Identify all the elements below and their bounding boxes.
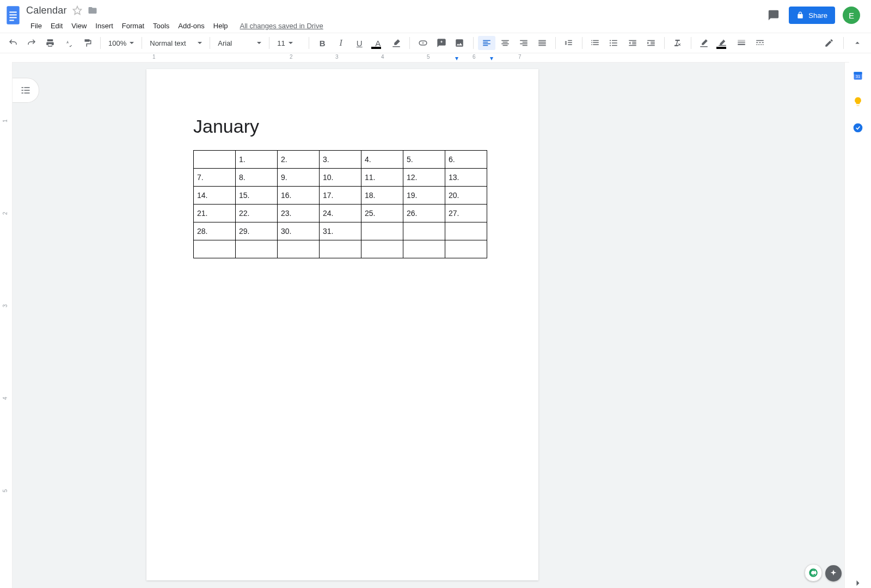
table-cell[interactable]: 3. xyxy=(320,151,361,169)
table-cell[interactable] xyxy=(194,240,236,258)
bulleted-list-button[interactable] xyxy=(605,36,623,50)
table-cell[interactable]: 2. xyxy=(278,151,320,169)
table-cell[interactable]: 23. xyxy=(278,205,320,222)
table-cell[interactable]: 26. xyxy=(403,205,445,222)
table-cell[interactable]: 21. xyxy=(194,205,236,222)
table-cell[interactable] xyxy=(445,222,487,240)
share-button[interactable]: Share xyxy=(789,7,835,24)
calendar-table[interactable]: 1.2.3.4.5.6.7.8.9.10.11.12.13.14.15.16.1… xyxy=(193,150,487,258)
table-cell[interactable]: 28. xyxy=(194,222,236,240)
table-cell[interactable]: 27. xyxy=(445,205,487,222)
text-color-button[interactable]: A xyxy=(369,36,387,50)
redo-button[interactable] xyxy=(23,36,40,50)
table-cell[interactable]: 15. xyxy=(236,187,278,205)
table-cell[interactable] xyxy=(361,240,403,258)
table-cell[interactable]: 17. xyxy=(320,187,361,205)
insert-image-button[interactable] xyxy=(451,36,469,50)
numbered-list-button[interactable] xyxy=(587,36,604,50)
border-style-button[interactable] xyxy=(751,36,769,50)
show-outline-button[interactable] xyxy=(13,78,39,103)
table-cell[interactable]: 24. xyxy=(320,205,361,222)
menu-tools[interactable]: Tools xyxy=(149,20,174,32)
move-folder-icon[interactable] xyxy=(88,5,97,15)
highlight-color-button[interactable] xyxy=(388,36,405,50)
table-cell[interactable]: 11. xyxy=(361,169,403,187)
editing-mode-button[interactable] xyxy=(821,36,839,50)
table-cell[interactable]: 31. xyxy=(320,222,361,240)
open-comments-button[interactable] xyxy=(766,8,781,23)
table-cell[interactable] xyxy=(361,222,403,240)
table-cell[interactable]: 1. xyxy=(236,151,278,169)
menu-file[interactable]: File xyxy=(26,20,46,32)
undo-button[interactable] xyxy=(4,36,22,50)
tasks-addon-icon[interactable] xyxy=(852,122,863,133)
table-cell[interactable]: 16. xyxy=(278,187,320,205)
table-cell[interactable] xyxy=(194,151,236,169)
zoom-dropdown[interactable]: 100% xyxy=(105,36,137,50)
page-heading[interactable]: January xyxy=(193,116,492,137)
align-right-button[interactable] xyxy=(515,36,532,50)
border-color-button[interactable] xyxy=(714,36,732,50)
table-cell[interactable]: 30. xyxy=(278,222,320,240)
menu-addons[interactable]: Add-ons xyxy=(174,20,208,32)
italic-button[interactable]: I xyxy=(332,36,349,50)
table-cell[interactable]: 22. xyxy=(236,205,278,222)
table-cell[interactable]: 6. xyxy=(445,151,487,169)
align-justify-button[interactable] xyxy=(533,36,551,50)
account-avatar[interactable]: E xyxy=(843,7,860,24)
document-scroll-area[interactable]: January 1.2.3.4.5.6.7.8.9.10.11.12.13.14… xyxy=(13,63,844,588)
table-cell[interactable]: 13. xyxy=(445,169,487,187)
border-width-button[interactable] xyxy=(733,36,750,50)
table-cell[interactable]: 7. xyxy=(194,169,236,187)
indent-marker-icon[interactable]: ▾ xyxy=(490,54,493,62)
line-spacing-button[interactable] xyxy=(560,36,578,50)
docs-logo-icon[interactable] xyxy=(3,3,23,27)
grammarly-icon[interactable] xyxy=(805,564,822,581)
underline-button[interactable]: U xyxy=(351,36,368,50)
star-icon[interactable] xyxy=(72,5,82,15)
clear-formatting-button[interactable] xyxy=(669,36,686,50)
fill-color-button[interactable] xyxy=(696,36,713,50)
insert-comment-button[interactable] xyxy=(433,36,450,50)
table-cell[interactable]: 29. xyxy=(236,222,278,240)
table-cell[interactable] xyxy=(278,240,320,258)
table-cell[interactable]: 20. xyxy=(445,187,487,205)
hide-menus-button[interactable] xyxy=(848,36,867,50)
table-cell[interactable]: 18. xyxy=(361,187,403,205)
align-left-button[interactable] xyxy=(478,36,495,50)
spellcheck-button[interactable] xyxy=(60,36,77,50)
table-cell[interactable]: 12. xyxy=(403,169,445,187)
table-cell[interactable]: 14. xyxy=(194,187,236,205)
menu-view[interactable]: View xyxy=(67,20,91,32)
table-cell[interactable] xyxy=(403,240,445,258)
table-cell[interactable] xyxy=(320,240,361,258)
table-cell[interactable] xyxy=(236,240,278,258)
hide-side-panel-button[interactable] xyxy=(852,578,863,588)
insert-link-button[interactable] xyxy=(414,36,432,50)
table-cell[interactable]: 10. xyxy=(320,169,361,187)
table-cell[interactable]: 4. xyxy=(361,151,403,169)
indent-marker-icon[interactable]: ▾ xyxy=(455,54,458,62)
font-size-dropdown[interactable]: 11 xyxy=(274,36,304,50)
decrease-indent-button[interactable] xyxy=(624,36,641,50)
menu-insert[interactable]: Insert xyxy=(91,20,118,32)
bold-button[interactable]: B xyxy=(314,36,331,50)
increase-indent-button[interactable] xyxy=(642,36,660,50)
calendar-addon-icon[interactable]: 31 xyxy=(852,70,863,81)
font-dropdown[interactable]: Arial xyxy=(214,36,265,50)
table-cell[interactable]: 9. xyxy=(278,169,320,187)
menu-help[interactable]: Help xyxy=(209,20,232,32)
table-cell[interactable] xyxy=(403,222,445,240)
document-title[interactable]: Calendar xyxy=(26,5,67,16)
table-cell[interactable]: 8. xyxy=(236,169,278,187)
table-cell[interactable]: 25. xyxy=(361,205,403,222)
paint-format-button[interactable] xyxy=(78,36,96,50)
keep-addon-icon[interactable] xyxy=(852,96,863,107)
vertical-ruler[interactable]: 1 2 3 4 5 xyxy=(0,63,13,588)
table-cell[interactable] xyxy=(445,240,487,258)
menu-edit[interactable]: Edit xyxy=(46,20,67,32)
menu-format[interactable]: Format xyxy=(118,20,149,32)
horizontal-ruler[interactable]: 1 2 3 4 5 6 7 ▾ ▾ xyxy=(12,53,849,63)
paragraph-style-dropdown[interactable]: Normal text xyxy=(146,36,205,50)
document-page[interactable]: January 1.2.3.4.5.6.7.8.9.10.11.12.13.14… xyxy=(146,69,538,580)
